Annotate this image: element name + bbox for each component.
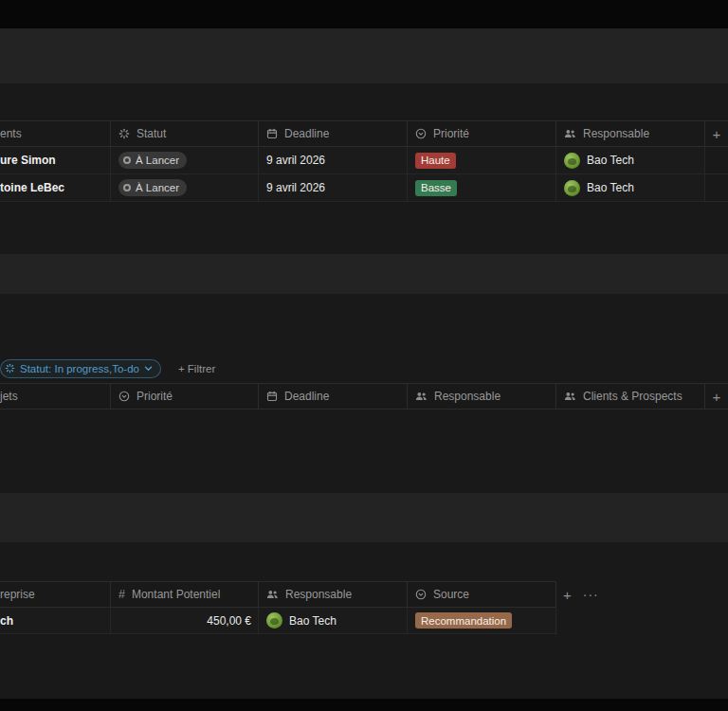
people-icon [564, 391, 576, 402]
montant-cell[interactable]: 450,00 € [111, 608, 259, 633]
column-label: Responsable [285, 588, 352, 601]
priorite-cell[interactable]: Basse [408, 174, 556, 201]
priority-tag: Basse [415, 180, 457, 196]
column-header-deadline[interactable]: Deadline [259, 384, 408, 409]
avatar [564, 180, 580, 196]
column-header-responsable[interactable]: Responsable [408, 384, 556, 409]
column-label: Responsable [583, 127, 649, 140]
table-row: ure Simon À Lancer 9 avril 2026 Haute Ba… [0, 147, 728, 174]
person-name: Bao Tech [587, 181, 634, 194]
column-header-montant[interactable]: # Montant Potentiel [111, 581, 259, 608]
montant-value: 450,00 € [207, 614, 251, 628]
column-label: Priorité [136, 390, 173, 403]
responsable-cell[interactable]: Bao Tech [556, 147, 705, 173]
column-header-priorite[interactable]: Priorité [111, 384, 259, 409]
statut-cell[interactable]: À Lancer [111, 147, 259, 173]
column-label: Priorité [433, 127, 469, 140]
column-header-projets[interactable]: jets [0, 384, 111, 409]
status-label: À Lancer [136, 182, 179, 193]
column-header-clients[interactable]: ents [0, 121, 111, 146]
source-tag: Recommandation [415, 612, 512, 629]
client-name: toine LeBec [0, 181, 64, 194]
filter-chip-label: Statut: In progress,To-do [20, 363, 139, 374]
client-name-cell[interactable]: ure Simon [0, 147, 111, 173]
people-icon [266, 589, 279, 600]
select-icon [415, 128, 427, 139]
responsable-cell[interactable]: Bao Tech [556, 174, 705, 201]
column-label: ents [0, 127, 22, 140]
clients-table-header: ents Statut Deadline Priorité Responsabl… [0, 120, 728, 147]
status-icon [5, 363, 15, 374]
column-header-entreprise[interactable]: reprise [0, 581, 111, 608]
projects-table: jets Priorité Deadline Responsable Clien… [0, 383, 728, 410]
column-header-deadline[interactable]: Deadline [259, 121, 408, 146]
status-pill: À Lancer [118, 179, 187, 196]
responsable-cell[interactable]: Bao Tech [259, 608, 408, 633]
column-label: reprise [0, 588, 35, 601]
statut-cell[interactable]: À Lancer [111, 174, 259, 201]
calendar-icon [266, 391, 278, 402]
section-band-middle [0, 254, 728, 294]
column-header-statut[interactable]: Statut [111, 121, 259, 146]
status-dot [123, 156, 131, 164]
entreprise-name: ch [0, 614, 13, 628]
filter-bar: Statut: In progress,To-do + Filtrer [0, 358, 728, 378]
column-header-source[interactable]: Source [408, 581, 556, 608]
client-name-cell[interactable]: toine LeBec [0, 174, 111, 201]
status-icon [118, 128, 130, 139]
chevron-down-icon [144, 366, 153, 372]
person-name: Bao Tech [289, 614, 337, 628]
deadline-cell[interactable]: 9 avril 2026 [259, 147, 408, 173]
plus-icon: + [713, 389, 721, 405]
column-header-priorite[interactable]: Priorité [408, 121, 556, 146]
table-row: toine LeBec À Lancer 9 avril 2026 Basse … [0, 174, 728, 202]
person-name: Bao Tech [587, 154, 634, 167]
more-options-button[interactable]: ··· [583, 587, 599, 602]
column-label: Deadline [284, 390, 329, 403]
status-filter-chip[interactable]: Statut: In progress,To-do [0, 359, 161, 378]
column-header-responsable[interactable]: Responsable [556, 121, 705, 146]
calendar-icon [266, 128, 278, 139]
prospects-table: reprise # Montant Potentiel Responsable … [0, 581, 728, 634]
entreprise-name-cell[interactable]: ch [0, 608, 111, 633]
add-column-button[interactable]: + [563, 587, 572, 603]
add-filter-button[interactable]: + Filtrer [178, 363, 215, 374]
top-black-bar [0, 0, 728, 28]
bottom-black-bar [0, 699, 728, 711]
row-spacer [705, 147, 728, 173]
deadline-value: 9 avril 2026 [266, 181, 325, 194]
column-label: Deadline [284, 127, 329, 140]
column-label: Responsable [434, 390, 500, 403]
row-spacer [705, 174, 728, 201]
column-label: Clients & Prospects [583, 390, 682, 403]
status-dot [123, 184, 131, 191]
deadline-cell[interactable]: 9 avril 2026 [259, 174, 408, 201]
select-icon [118, 391, 130, 402]
people-icon [415, 391, 428, 402]
column-label: jets [0, 390, 18, 403]
priority-tag: Haute [415, 153, 456, 169]
projects-table-header: jets Priorité Deadline Responsable Clien… [0, 383, 728, 410]
column-label: Statut [136, 127, 166, 140]
section-band-lower [0, 493, 728, 542]
select-icon [415, 589, 427, 600]
priorite-cell[interactable]: Haute [408, 147, 556, 173]
table-row: ch 450,00 € Bao Tech Recommandation [0, 608, 557, 634]
source-cell[interactable]: Recommandation [408, 608, 556, 633]
clients-table: ents Statut Deadline Priorité Responsabl… [0, 120, 728, 202]
avatar [266, 612, 282, 629]
column-label: Montant Potentiel [132, 588, 220, 601]
people-icon [564, 128, 576, 139]
number-icon: # [118, 588, 125, 601]
avatar [564, 153, 580, 169]
status-label: À Lancer [136, 155, 179, 166]
client-name: ure Simon [0, 154, 56, 167]
deadline-value: 9 avril 2026 [266, 154, 325, 167]
table-header-extras: + ··· [556, 581, 728, 608]
column-label: Source [433, 588, 469, 601]
column-header-clients-prospects[interactable]: Clients & Prospects [556, 384, 705, 409]
prospects-table-header: reprise # Montant Potentiel Responsable … [0, 581, 728, 608]
add-column-button[interactable]: + [705, 121, 728, 146]
add-column-button[interactable]: + [705, 384, 728, 409]
column-header-responsable[interactable]: Responsable [259, 581, 408, 608]
